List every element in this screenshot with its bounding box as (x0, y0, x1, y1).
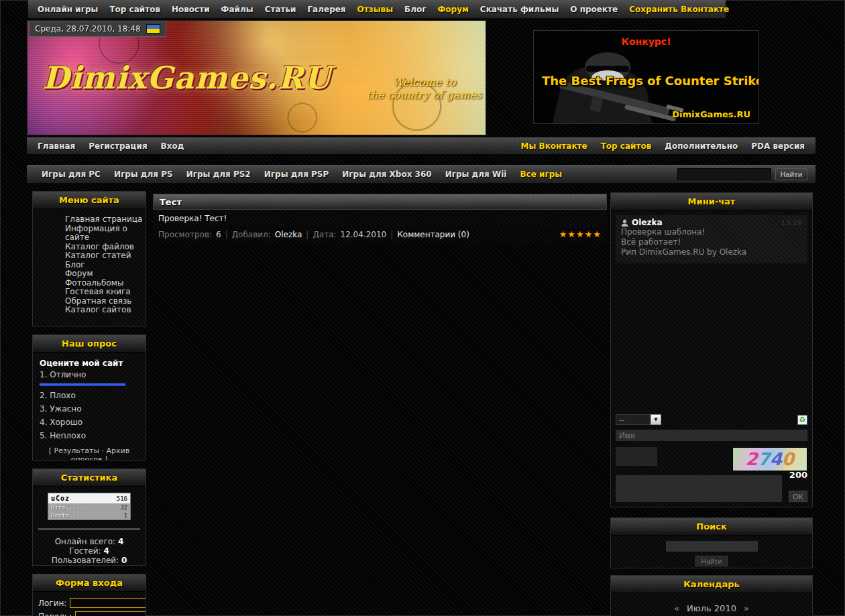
topnav-link[interactable]: Блог (404, 5, 426, 14)
poll-footer-links[interactable]: [ Результаты · Архив опросов ] (40, 446, 139, 460)
site-menu-link[interactable]: Гостевая книга (65, 288, 144, 297)
poll-option[interactable]: 5. Неплохо (40, 431, 139, 440)
chat-message-textarea[interactable] (616, 475, 782, 502)
games-nav-link[interactable]: Игры для PSP (264, 170, 329, 179)
site-menu-link[interactable]: Обратная связь (65, 297, 144, 306)
chat-name-input[interactable] (616, 430, 807, 441)
captcha-input[interactable] (616, 447, 657, 466)
nav-link[interactable]: PDA версия (751, 141, 805, 151)
nav-link[interactable]: Главная (38, 141, 75, 151)
topnav-link[interactable]: Форум (437, 5, 468, 14)
chevron-down-icon[interactable]: ▼ (651, 414, 661, 425)
refresh-icon[interactable]: ♻ (797, 415, 807, 425)
topnav-link[interactable]: Скачать фильмы (480, 5, 559, 14)
login-input[interactable] (70, 598, 146, 608)
site-menu-block: Меню сайта Главная страницаИнформация о … (32, 191, 146, 326)
topnav-link[interactable]: Файлы (221, 5, 253, 14)
games-nav-links: Игры для PCИгры для PSИгры для PS2Игры д… (42, 170, 562, 179)
right-sidebar: Мини-чат Olezka 13:28 Проверка шаблона!В… (610, 192, 813, 616)
nav-link[interactable]: Мы Вконтакте (521, 141, 587, 151)
search-block: Поиск Найти (610, 517, 813, 568)
nav-link[interactable]: Вход (161, 141, 184, 151)
ukraine-flag-icon (146, 24, 160, 34)
site-banner: DimixGames.RU Welcome to the country of … (27, 20, 486, 135)
topnav-link[interactable]: Отзывы (357, 5, 393, 14)
online-stats: Онлайн всего: 4 Гостей: 4 Пользователей:… (33, 537, 146, 565)
chat-send-button[interactable]: OK (789, 491, 807, 502)
tagline-line-1: Welcome to (365, 76, 483, 88)
ucoz-counter-row: Hits...... 32 (48, 503, 130, 511)
poll-question: Оцените мой сайт (40, 359, 139, 368)
poll-options: 1. Отлично 2. Плохо 3. Ужасно (40, 370, 139, 440)
games-nav-link[interactable]: Игры для Xbox 360 (342, 170, 431, 179)
calendar-next-arrow[interactable]: » (739, 603, 754, 613)
games-nav-link[interactable]: Игры для PS (114, 170, 173, 179)
sidebar-search-input[interactable] (666, 541, 758, 552)
poll-block: Наш опрос Оцените мой сайт 1. Отлично 2.… (32, 334, 146, 460)
site-menu-link[interactable]: Каталог файлов (65, 243, 144, 252)
author-label: Добавил: (232, 230, 271, 239)
games-search-button[interactable]: Найти (775, 168, 807, 180)
site-menu-link[interactable]: Информация о сайте (65, 225, 144, 243)
comments-link[interactable]: Комментарии (0) (397, 230, 469, 239)
user-nav-right: Мы ВконтактеТор сайтовДополнительноPDA в… (521, 141, 805, 151)
topnav-link[interactable]: Тор сайтов (109, 5, 160, 14)
online-stats-line: Онлайн всего: 4 (33, 537, 146, 546)
games-nav-link[interactable]: Игры для PC (42, 170, 101, 179)
calendar-prev-arrow[interactable]: « (669, 603, 684, 613)
login-label: Логин: (38, 599, 66, 608)
nav-link[interactable]: Тор сайтов (601, 141, 652, 151)
poll-option[interactable]: 3. Ужасно (40, 404, 139, 414)
article-body: Проверка! Тест! (153, 210, 607, 227)
author-link[interactable]: Olezka (275, 230, 302, 239)
topnav-link[interactable]: О проекте (570, 5, 618, 14)
site-menu-link[interactable]: Блог (65, 261, 144, 270)
views-value: 6 (216, 230, 221, 239)
tagline-line-2: the country of games (365, 88, 483, 101)
games-nav-link[interactable]: Игры для PS2 (186, 170, 251, 179)
password-input[interactable] (75, 611, 146, 616)
user-icon (621, 219, 628, 227)
nav-link[interactable]: Дополнительно (665, 141, 738, 151)
chat-recipient-select[interactable]: -- ▼ (616, 414, 661, 425)
rating-stars[interactable]: ★★★★★ (559, 229, 602, 239)
topnav-link[interactable]: Новости (172, 5, 210, 14)
site-menu-link[interactable]: Каталог сайтов (65, 306, 144, 315)
counter-strike-soldier-image (546, 52, 690, 123)
date-value: 12.04.2010 (341, 230, 387, 239)
contest-banner[interactable]: Конкурс! The Best Frags of Counter Strik… (533, 30, 759, 124)
site-menu-link[interactable]: Главная страница (65, 215, 144, 225)
statistics-title: Статистика (33, 469, 146, 487)
games-nav-link[interactable]: Все игры (520, 170, 562, 179)
games-nav-link[interactable]: Игры для Wii (445, 170, 507, 179)
ucoz-counter-widget[interactable]: uCoz 516 Hits...... 32 Hosts... 1 (48, 493, 131, 520)
chat-username[interactable]: Olezka (632, 218, 663, 227)
contest-heading: Конкурс! (534, 36, 758, 47)
article: Тест Проверка! Тест! Просмотров: 6 | Доб… (153, 194, 607, 243)
minichat-title: Мини-чат (611, 193, 812, 210)
chat-message-line: Всё работает! (621, 237, 802, 247)
site-menu-link[interactable]: Форум (65, 269, 144, 279)
games-search-input[interactable] (677, 168, 771, 180)
top-navigation: Онлайн игрыТор сайтовНовостиФайлыСтатьиГ… (28, 0, 726, 19)
views-label: Просмотров: (158, 230, 212, 239)
site-menu-link[interactable]: Каталог статей (65, 251, 144, 261)
poll-option[interactable]: 4. Хорошо (40, 418, 139, 427)
topnav-link[interactable]: Онлайн игры (38, 5, 98, 14)
topnav-link[interactable]: Галерея (307, 5, 345, 14)
site-menu-list: Главная страницаИнформация о сайтеКатало… (33, 209, 146, 315)
ucoz-visitors-count: 516 (117, 495, 127, 502)
games-navigation: Игры для PCИгры для PSИгры для PS2Игры д… (27, 165, 815, 184)
user-navigation: ГлавнаяРегистрацияВход Мы ВконтактеТор с… (27, 137, 815, 155)
chat-message-line: Проверка шаблона! (621, 227, 802, 237)
poll-option[interactable]: 2. Плохо (40, 391, 139, 400)
calendar-nav: « Июль 2010 » (611, 603, 812, 613)
poll-option[interactable]: 1. Отлично (40, 370, 139, 379)
topnav-link[interactable]: Сохранить Вконтакте (629, 5, 729, 14)
captcha-image: 2740 (732, 447, 807, 471)
sidebar-search-button[interactable]: Найти (695, 556, 728, 566)
site-menu-link[interactable]: Фотоальбомы (65, 279, 144, 288)
current-date: Среда, 28.07.2010, 18:48 (35, 24, 141, 34)
nav-link[interactable]: Регистрация (89, 141, 147, 151)
topnav-link[interactable]: Статьи (265, 5, 296, 14)
